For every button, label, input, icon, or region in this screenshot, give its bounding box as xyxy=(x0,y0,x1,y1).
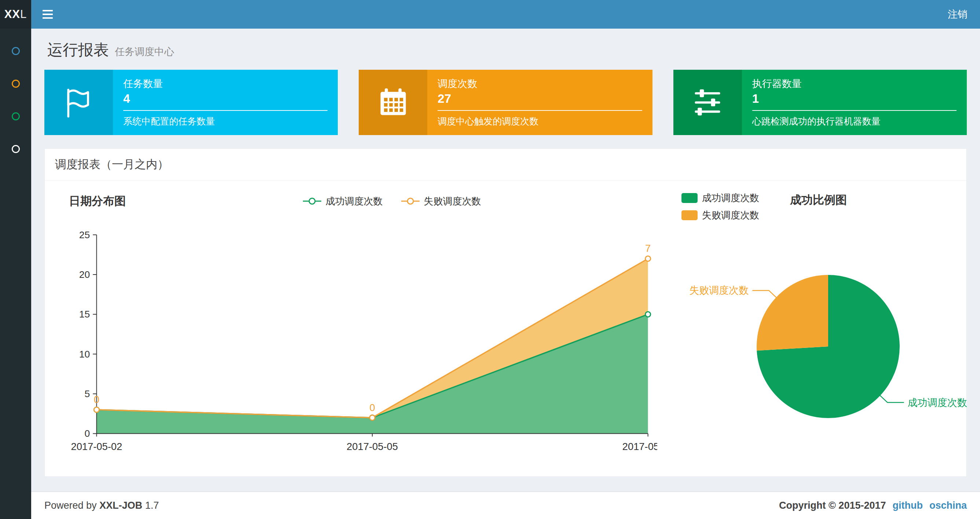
svg-text:5: 5 xyxy=(85,388,90,399)
svg-text:7: 7 xyxy=(645,243,651,254)
pie-chart-head: 成功调度次数失败调度次数 成功比例图 xyxy=(681,188,971,222)
stat-value: 4 xyxy=(123,92,328,106)
svg-text:0: 0 xyxy=(369,402,375,413)
stat-label: 执行器数量 xyxy=(752,77,956,90)
line-chart-head: 日期分布图 成功调度次数失败调度次数 xyxy=(56,188,657,214)
line-legend-item[interactable]: 失败调度次数 xyxy=(401,195,481,208)
oschina-link[interactable]: oschina xyxy=(929,500,967,511)
circle-icon xyxy=(12,47,20,55)
svg-text:25: 25 xyxy=(79,229,90,240)
footer-right: Copyright © 2015-2017 github oschina xyxy=(779,500,967,511)
sidebar-toggle-button[interactable] xyxy=(31,0,64,29)
stat-label: 调度次数 xyxy=(438,77,642,90)
legend-label: 成功调度次数 xyxy=(326,195,383,208)
logo-text-bold: XX xyxy=(5,8,20,21)
legend-label: 失败调度次数 xyxy=(424,195,481,208)
pie-chart-legend: 成功调度次数失败调度次数 xyxy=(681,192,759,222)
product-name: XXL-JOB xyxy=(99,500,142,511)
divider xyxy=(123,110,328,111)
logo-text-light: L xyxy=(20,8,27,21)
line-chart-title: 日期分布图 xyxy=(69,193,126,209)
sidebar-item-2[interactable] xyxy=(0,67,31,100)
pie-legend-item[interactable]: 成功调度次数 xyxy=(681,192,759,204)
svg-text:10: 10 xyxy=(79,349,90,360)
stat-desc: 心跳检测成功的执行器机器数量 xyxy=(752,115,956,127)
success-ratio-section: 成功调度次数失败调度次数 成功比例图 成功调度次数失败调度次数 xyxy=(657,188,971,460)
line-legend-item[interactable]: 成功调度次数 xyxy=(302,195,383,208)
app-logo[interactable]: XXL xyxy=(0,0,31,29)
stat-card-trigger-count: 调度次数 27 调度中心触发的调度次数 xyxy=(359,70,652,135)
footer: Powered by XXL-JOB 1.7 Copyright © 2015-… xyxy=(31,492,980,519)
stat-card-executor-count: 执行器数量 1 心跳检测成功的执行器机器数量 xyxy=(673,70,967,135)
svg-text:2017-05-02: 2017-05-02 xyxy=(71,441,122,452)
legend-label: 失败调度次数 xyxy=(702,209,759,222)
legend-swatch xyxy=(681,193,698,203)
panel-title: 调度报表（一月之内） xyxy=(45,149,966,180)
calendar-icon xyxy=(359,70,427,135)
stat-desc: 调度中心触发的调度次数 xyxy=(438,115,642,127)
svg-text:失败调度次数: 失败调度次数 xyxy=(689,285,749,296)
product-version: 1.7 xyxy=(142,500,159,511)
svg-text:0: 0 xyxy=(85,428,90,439)
svg-text:成功调度次数: 成功调度次数 xyxy=(908,397,967,408)
page-subtitle: 任务调度中心 xyxy=(115,45,174,58)
logout-link[interactable]: 注销 xyxy=(935,0,980,29)
date-distribution-chart[interactable]: 05101520252017-05-022017-05-052017-05-08… xyxy=(56,214,657,460)
sidebar-menu xyxy=(0,29,31,165)
sidebar-item-4[interactable] xyxy=(0,133,31,165)
date-distribution-section: 日期分布图 成功调度次数失败调度次数 05101520252017-05-022… xyxy=(56,188,657,460)
sidebar-item-1[interactable] xyxy=(0,35,31,67)
pie-chart-title: 成功比例图 xyxy=(790,192,847,208)
page-header: 运行报表 任务调度中心 xyxy=(45,29,967,70)
stat-card-body: 任务数量 4 系统中配置的任务数量 xyxy=(113,70,338,135)
stat-value: 1 xyxy=(752,92,956,106)
stat-value: 27 xyxy=(438,92,642,106)
stat-card-body: 执行器数量 1 心跳检测成功的执行器机器数量 xyxy=(742,70,967,135)
panel-body: 日期分布图 成功调度次数失败调度次数 05101520252017-05-022… xyxy=(45,180,966,476)
line-legend-glyph xyxy=(401,196,420,206)
page-title: 运行报表 xyxy=(47,40,109,60)
svg-text:2017-05-08: 2017-05-08 xyxy=(622,441,657,452)
powered-by: Powered by XXL-JOB 1.7 xyxy=(45,500,159,511)
stat-card-body: 调度次数 27 调度中心触发的调度次数 xyxy=(427,70,652,135)
hamburger-icon xyxy=(43,10,53,19)
sidebar-item-3[interactable] xyxy=(0,100,31,133)
circle-icon xyxy=(12,112,20,120)
content: 运行报表 任务调度中心 任务数量 4 系统中配置的任务数量 xyxy=(31,29,980,492)
stat-cards-row: 任务数量 4 系统中配置的任务数量 xyxy=(45,70,967,135)
legend-swatch xyxy=(681,210,698,220)
divider xyxy=(752,110,956,111)
svg-text:15: 15 xyxy=(79,309,90,320)
svg-text:2017-05-05: 2017-05-05 xyxy=(347,441,398,452)
github-link[interactable]: github xyxy=(893,500,923,511)
stat-card-job-count: 任务数量 4 系统中配置的任务数量 xyxy=(45,70,338,135)
stat-desc: 系统中配置的任务数量 xyxy=(123,115,328,127)
legend-label: 成功调度次数 xyxy=(702,192,759,204)
powered-prefix: Powered by xyxy=(45,500,99,511)
line-chart-legend: 成功调度次数失败调度次数 xyxy=(126,195,657,208)
sidebar xyxy=(0,29,31,519)
success-ratio-chart[interactable]: 成功调度次数失败调度次数 xyxy=(681,236,971,442)
svg-text:0: 0 xyxy=(94,394,99,405)
stat-label: 任务数量 xyxy=(123,77,328,90)
sliders-icon xyxy=(673,70,742,135)
circle-icon xyxy=(12,80,20,88)
top-navbar: XXL 注销 xyxy=(0,0,980,29)
copyright-text: Copyright © 2015-2017 xyxy=(779,500,886,511)
main-area: 运行报表 任务调度中心 任务数量 4 系统中配置的任务数量 xyxy=(31,29,980,519)
schedule-report-panel: 调度报表（一月之内） 日期分布图 成功调度次数失败调度次数 0510152025… xyxy=(45,148,967,477)
divider xyxy=(438,110,642,111)
flag-icon xyxy=(45,70,113,135)
svg-text:20: 20 xyxy=(79,269,90,280)
line-legend-glyph xyxy=(302,196,322,206)
circle-icon xyxy=(12,145,20,153)
pie-legend-item[interactable]: 失败调度次数 xyxy=(681,209,759,222)
